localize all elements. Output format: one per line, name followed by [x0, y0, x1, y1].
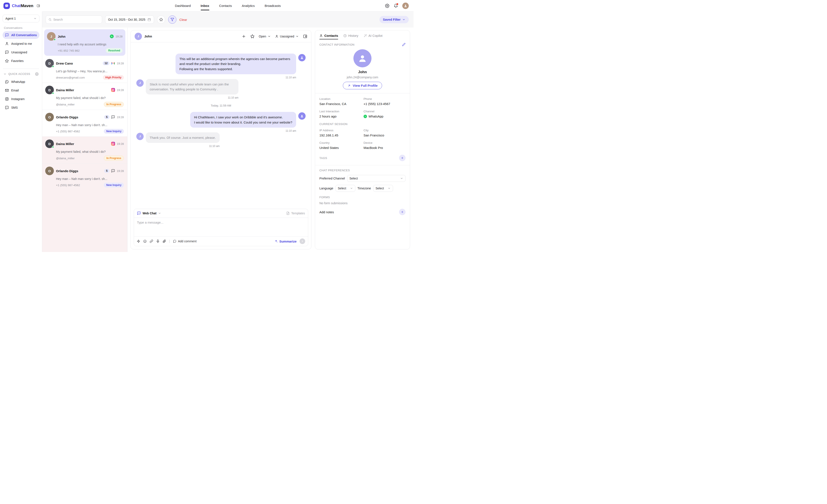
avatar: D	[45, 86, 54, 94]
panel-toggle-icon[interactable]	[303, 34, 307, 39]
sidebar-channel-whatsapp[interactable]: WhatsApp	[3, 78, 39, 86]
settings-gear-icon[interactable]	[385, 4, 389, 8]
sidebar-item-assigned-to-me[interactable]: Assigned to me	[3, 40, 39, 48]
contact-panel: Contacts History AI Copilot	[315, 30, 410, 249]
templates-label: Templates	[291, 212, 305, 215]
current-session-heading: CURRENT SESSION	[320, 122, 405, 126]
nav-analytics[interactable]: Analytics	[242, 3, 255, 8]
message-preview: My payment failed, what should i do?	[56, 150, 124, 154]
quick-reply-lightning-icon[interactable]	[137, 239, 140, 243]
nav-broadcasts[interactable]: Broadcasts	[265, 3, 281, 8]
tab-contacts[interactable]: Contacts	[320, 34, 338, 39]
quick-access-gear-icon[interactable]	[35, 72, 39, 76]
contact-name: John	[58, 35, 65, 38]
conversation-item-daina-2[interactable]: D Daina Miller 19:28 My payment failed, …	[42, 136, 127, 164]
preferred-channel-select[interactable]: Select	[347, 175, 406, 182]
message-thread[interactable]: This will be an additional program where…	[131, 42, 311, 209]
nav-dashboard[interactable]: Dashboard	[175, 3, 191, 8]
sidebar-item-all-conversations[interactable]: All Conversations	[3, 31, 39, 39]
sidebar-item-label: Assigned to me	[11, 42, 32, 45]
tab-history[interactable]: History	[343, 34, 358, 39]
tab-ai-copilot[interactable]: AI Copilot	[363, 34, 383, 39]
add-notes-label: Add notes	[320, 210, 334, 214]
gmail-icon	[111, 61, 115, 65]
sidebar-channel-sms[interactable]: SMS	[3, 104, 39, 111]
webchat-icon	[111, 115, 115, 119]
message-preview: Let's go fishing! – Hey, You wanna jo...	[56, 69, 124, 73]
avatar: O	[45, 113, 54, 121]
conversation-item-orlando-2[interactable]: O Orlando Diggs 5 19:28 Hey man – Nah ma…	[42, 164, 127, 190]
emoji-icon[interactable]	[143, 239, 147, 243]
agent-select[interactable]: Agent 1	[3, 15, 39, 22]
quick-access-header[interactable]: QUICK ACCESS	[3, 72, 39, 76]
edit-pencil-icon[interactable]	[402, 43, 405, 46]
assignee-value: Uassigned	[280, 35, 294, 38]
contact-handle: +91 852 745 862	[58, 49, 80, 52]
nav-contacts[interactable]: Contacts	[219, 3, 232, 8]
language-select[interactable]: Select	[336, 185, 355, 192]
favorite-filter-button[interactable]	[157, 15, 165, 24]
conversation-item-daina[interactable]: D Daina Miller 19:28 My payment failed, …	[42, 82, 127, 110]
view-profile-label: View Full Profile	[353, 84, 378, 88]
star-icon[interactable]	[250, 34, 254, 39]
view-full-profile-button[interactable]: View Full Profile	[343, 82, 382, 89]
contact-name: Daina Miller	[56, 142, 74, 146]
divider	[315, 93, 410, 94]
attachment-paperclip-icon[interactable]	[162, 239, 166, 243]
list-empty-area	[42, 190, 127, 252]
saved-filter-button[interactable]: Saved Filter	[380, 16, 409, 23]
contact-name: Orlando Diggs	[56, 115, 78, 119]
message-input[interactable]	[134, 218, 308, 236]
message-bubble: This will be an additional program where…	[176, 54, 296, 74]
conversation-item-drew[interactable]: D Drew Cano 12 19:28 Let's go fishing! –…	[42, 56, 127, 82]
filter-funnel-button[interactable]	[168, 15, 177, 24]
person-icon	[320, 34, 323, 38]
date-range-picker[interactable]: Oct 15, 2025 - Oct 30, 2025	[105, 15, 154, 24]
search-input[interactable]	[53, 18, 99, 21]
templates-button[interactable]: Templates	[286, 212, 305, 215]
clear-filters-link[interactable]: Clear	[180, 18, 187, 21]
add-note-button[interactable]	[399, 209, 405, 215]
status-dropdown[interactable]: Open	[259, 35, 271, 38]
sidebar-channel-instagram[interactable]: Instagram	[3, 95, 39, 103]
online-dot	[52, 146, 54, 148]
forms-empty-text: No form submissions	[320, 202, 405, 205]
avatar: O	[45, 167, 54, 175]
date-divider: Today, 11:59 AM	[136, 104, 306, 107]
nav-inbox[interactable]: Inbox	[201, 3, 209, 8]
composer-channel-select[interactable]: Web Chat	[143, 212, 156, 215]
chat-dots-icon	[5, 33, 9, 37]
add-plus-icon[interactable]	[242, 34, 246, 39]
add-comment-button[interactable]: Add comment	[173, 239, 196, 243]
chevron-down-icon[interactable]	[158, 212, 161, 215]
topbar-main: Dashboard Inbox Contacts Analytics Broad…	[42, 0, 414, 12]
contact-handle: @daina_miller	[56, 157, 75, 160]
topbar: ChatMaven Dashboard Inbox Contacts Analy…	[0, 0, 414, 12]
sidebar-channel-email[interactable]: Email	[3, 87, 39, 94]
timezone-select[interactable]: Select	[373, 185, 393, 192]
user-avatar[interactable]	[402, 3, 409, 9]
message-time: 11:10 am	[209, 145, 220, 148]
arrow-up-right-icon	[347, 84, 351, 88]
send-button[interactable]	[300, 238, 305, 244]
contact-avatar	[353, 49, 372, 67]
summarize-label: Summarize	[279, 239, 297, 243]
sidebar-item-favorites[interactable]: Favorites	[3, 57, 39, 65]
add-tag-button[interactable]	[399, 155, 405, 161]
app-title: ChatMaven	[12, 3, 33, 8]
field-country: Country United States	[320, 141, 361, 150]
mic-icon[interactable]	[156, 239, 159, 243]
tab-label: History	[348, 34, 358, 38]
sidebar-collapse-icon[interactable]	[37, 4, 40, 7]
language-label: Language	[320, 186, 333, 190]
contact-handle: +1 (555) 987-4562	[56, 130, 80, 133]
summarize-button[interactable]: Summarize	[274, 239, 297, 243]
sidebar-item-unassigned[interactable]: Unassigned	[3, 48, 39, 56]
assignee-dropdown[interactable]: Uassigned	[275, 35, 299, 38]
conversation-item-john[interactable]: J John 19:28 I need help with my account…	[44, 29, 125, 56]
tab-label: AI Copilot	[369, 34, 383, 38]
message-incoming: J Thank you. Of course. Just a moment, p…	[136, 132, 306, 148]
conversation-item-orlando[interactable]: O Orlando Diggs 5 19:28 Hey man – Nah ma…	[42, 110, 127, 136]
notifications-bell-icon[interactable]	[394, 4, 398, 8]
link-icon[interactable]	[150, 239, 153, 243]
